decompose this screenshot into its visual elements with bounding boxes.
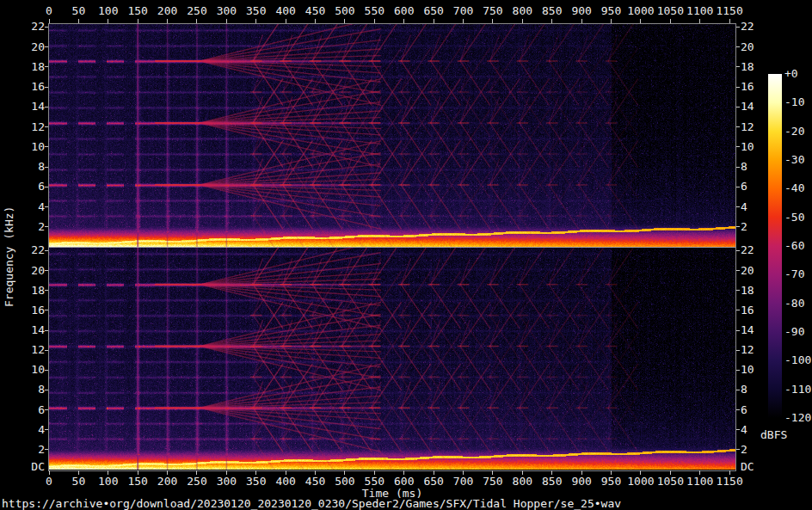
time-tick-label: 700 bbox=[453, 476, 473, 488]
colorbar-title: dBFS bbox=[760, 429, 787, 441]
tick-mark bbox=[45, 206, 48, 207]
tick-mark bbox=[403, 470, 404, 475]
freq-tick-label: 2 bbox=[17, 221, 45, 233]
time-tick-label: 0 bbox=[46, 476, 52, 488]
time-tick-label: 1000 bbox=[627, 476, 654, 488]
time-tick-label: 1000 bbox=[627, 5, 654, 17]
tick-mark bbox=[551, 470, 552, 475]
tick-mark bbox=[729, 19, 730, 23]
tick-mark bbox=[315, 470, 316, 475]
tick-mark bbox=[78, 470, 79, 475]
tick-mark bbox=[736, 370, 740, 371]
tick-mark bbox=[522, 19, 523, 23]
freq-tick-label: 18 bbox=[741, 285, 754, 297]
tick-mark bbox=[736, 27, 740, 28]
time-tick-label: 300 bbox=[217, 5, 237, 17]
tick-mark bbox=[45, 187, 48, 187]
tick-mark bbox=[736, 46, 740, 47]
freq-tick-label-dc: DC bbox=[17, 461, 45, 473]
tick-mark bbox=[434, 19, 434, 23]
tick-mark bbox=[736, 290, 740, 291]
time-tick-label: 650 bbox=[423, 5, 443, 17]
freq-tick-label: 2 bbox=[741, 444, 747, 456]
freq-tick-label: 2 bbox=[17, 444, 45, 456]
spectrogram-channel-1 bbox=[49, 24, 735, 247]
time-tick-label: 500 bbox=[335, 5, 354, 17]
tick-mark bbox=[45, 409, 48, 410]
time-tick-label: 1050 bbox=[657, 5, 684, 17]
colorbar-tick-label: -10 bbox=[784, 96, 804, 108]
time-tick-label: 0 bbox=[46, 5, 52, 17]
time-tick-label: 550 bbox=[365, 5, 384, 17]
time-tick-label: 700 bbox=[453, 5, 473, 17]
tick-mark bbox=[315, 19, 316, 23]
tick-mark bbox=[45, 46, 48, 47]
colorbar-tick-label: -80 bbox=[784, 298, 804, 310]
tick-mark bbox=[736, 330, 740, 331]
tick-mark bbox=[255, 19, 256, 23]
time-tick-label: 200 bbox=[157, 5, 177, 17]
spectrogram-figure: 0501001502002503003504004505005506006507… bbox=[0, 0, 812, 510]
time-tick-label: 600 bbox=[394, 5, 414, 17]
colorbar-tick-label: -50 bbox=[784, 212, 804, 224]
freq-tick-label: 6 bbox=[17, 404, 45, 416]
time-tick-label: 1050 bbox=[657, 476, 684, 488]
colorbar-tick-label: -70 bbox=[784, 268, 804, 280]
freq-tick-label: 6 bbox=[741, 404, 747, 416]
tick-mark bbox=[551, 19, 552, 23]
tick-mark bbox=[736, 146, 740, 147]
freq-tick-label: 4 bbox=[17, 201, 45, 213]
time-tick-label: 600 bbox=[394, 476, 414, 488]
colorbar-tick-label: -20 bbox=[784, 126, 804, 138]
time-tick-label: 950 bbox=[601, 476, 621, 488]
freq-tick-label: 6 bbox=[17, 181, 45, 193]
tick-mark bbox=[226, 470, 227, 475]
time-tick-label: 50 bbox=[72, 476, 86, 488]
tick-mark bbox=[492, 470, 493, 475]
freq-tick-label: 20 bbox=[17, 265, 45, 277]
freq-tick-label: 22 bbox=[17, 21, 45, 33]
tick-mark bbox=[78, 19, 79, 23]
tick-mark bbox=[45, 449, 48, 450]
colorbar-tick-label: -110 bbox=[784, 384, 811, 396]
tick-mark bbox=[255, 470, 256, 475]
freq-axis-title: Frequency (kHz) bbox=[3, 187, 15, 307]
colorbar-tick-label: -90 bbox=[784, 326, 804, 338]
freq-tick-label-dc: DC bbox=[741, 461, 754, 473]
time-tick-label: 250 bbox=[187, 476, 206, 488]
tick-mark bbox=[699, 470, 700, 475]
freq-tick-label: 18 bbox=[17, 61, 45, 73]
tick-mark bbox=[736, 187, 740, 187]
freq-tick-label: 12 bbox=[741, 121, 754, 133]
tick-mark bbox=[45, 167, 48, 168]
tick-mark bbox=[138, 19, 138, 23]
tick-mark bbox=[226, 19, 227, 23]
time-tick-label: 300 bbox=[217, 476, 237, 488]
tick-mark bbox=[736, 270, 740, 271]
freq-tick-label: 18 bbox=[741, 61, 754, 73]
colorbar-tick-label: +0 bbox=[784, 68, 798, 80]
tick-mark bbox=[522, 470, 523, 475]
time-tick-label: 400 bbox=[275, 476, 295, 488]
freq-tick-label: 12 bbox=[741, 344, 754, 356]
tick-mark bbox=[108, 470, 108, 475]
freq-tick-label: 20 bbox=[741, 41, 754, 53]
time-tick-label: 550 bbox=[365, 476, 384, 488]
tick-mark bbox=[344, 19, 345, 23]
tick-mark bbox=[45, 226, 48, 227]
time-tick-label: 900 bbox=[571, 5, 591, 17]
tick-mark bbox=[736, 126, 740, 127]
tick-mark bbox=[736, 87, 740, 88]
time-tick-label: 50 bbox=[72, 5, 86, 17]
time-tick-label: 800 bbox=[513, 5, 532, 17]
time-tick-label: 850 bbox=[542, 476, 562, 488]
channel-separator bbox=[49, 247, 735, 248]
time-tick-label: 100 bbox=[98, 5, 118, 17]
freq-tick-label: 10 bbox=[741, 364, 754, 376]
time-tick-label: 1150 bbox=[716, 5, 742, 17]
freq-tick-label: 16 bbox=[17, 304, 45, 316]
tick-mark bbox=[344, 470, 345, 475]
freq-tick-label: 12 bbox=[17, 344, 45, 356]
tick-mark bbox=[167, 19, 168, 23]
freq-tick-label: 22 bbox=[17, 244, 45, 256]
